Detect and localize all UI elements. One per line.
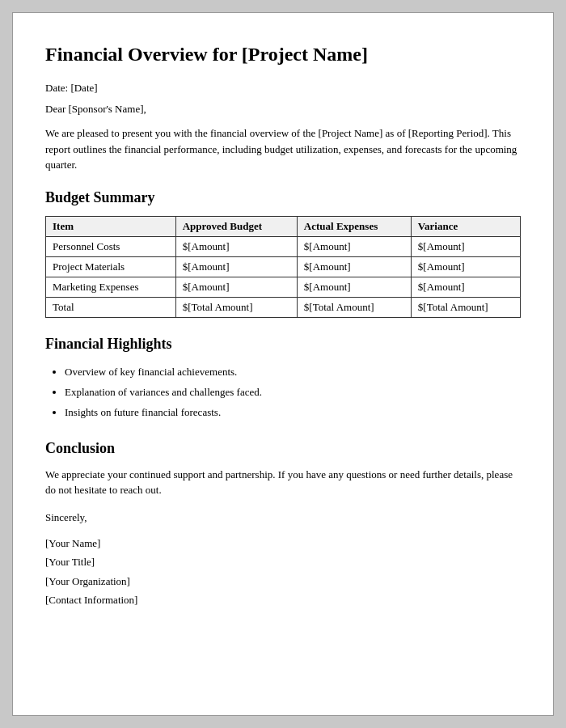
document-page: Financial Overview for [Project Name] Da… bbox=[12, 12, 554, 716]
list-item: Explanation of variances and challenges … bbox=[65, 383, 521, 401]
table-cell: $[Amount] bbox=[411, 256, 520, 277]
table-cell: $[Amount] bbox=[175, 277, 297, 297]
intro-paragraph: We are pleased to present you with the f… bbox=[45, 125, 521, 173]
table-cell: $[Total Amount] bbox=[411, 297, 520, 317]
table-cell: $[Amount] bbox=[297, 236, 411, 256]
list-item: Insights on future financial forecasts. bbox=[65, 403, 521, 421]
document-title: Financial Overview for [Project Name] bbox=[45, 42, 521, 67]
signature-block: [Your Name] [Your Title] [Your Organizat… bbox=[45, 534, 521, 610]
budget-table: Item Approved Budget Actual Expenses Var… bbox=[45, 216, 521, 318]
date-line: Date: [Date] bbox=[45, 82, 521, 95]
table-cell: $[Total Amount] bbox=[297, 297, 411, 317]
col-header-item: Item bbox=[46, 216, 176, 236]
table-cell: $[Amount] bbox=[175, 236, 297, 256]
conclusion-paragraph: We appreciate your continued support and… bbox=[45, 467, 521, 498]
signature-organization: [Your Organization] bbox=[45, 572, 521, 590]
greeting-line: Dear [Sponsor's Name], bbox=[45, 103, 521, 116]
table-row: Project Materials$[Amount]$[Amount]$[Amo… bbox=[46, 256, 521, 277]
table-cell: $[Total Amount] bbox=[175, 297, 297, 317]
conclusion-heading: Conclusion bbox=[45, 440, 521, 457]
table-header-row: Item Approved Budget Actual Expenses Var… bbox=[46, 216, 521, 236]
table-row: Personnel Costs$[Amount]$[Amount]$[Amoun… bbox=[46, 236, 521, 256]
signature-name: [Your Name] bbox=[45, 534, 521, 552]
list-item: Overview of key financial achievements. bbox=[65, 362, 521, 381]
col-header-approved: Approved Budget bbox=[175, 216, 297, 236]
table-cell: Marketing Expenses bbox=[46, 277, 176, 297]
table-cell: Total bbox=[46, 297, 176, 317]
signature-contact: [Contact Information] bbox=[45, 590, 521, 609]
table-cell: $[Amount] bbox=[175, 256, 297, 277]
budget-table-body: Personnel Costs$[Amount]$[Amount]$[Amoun… bbox=[46, 236, 521, 317]
table-cell: $[Amount] bbox=[297, 256, 411, 277]
table-cell: Personnel Costs bbox=[46, 236, 176, 256]
table-cell: $[Amount] bbox=[297, 277, 411, 297]
table-row: Marketing Expenses$[Amount]$[Amount]$[Am… bbox=[46, 277, 521, 297]
highlights-list: Overview of key financial achievements.E… bbox=[65, 362, 521, 422]
budget-summary-heading: Budget Summary bbox=[45, 189, 521, 206]
sincerely-line: Sincerely, bbox=[45, 511, 521, 524]
table-cell: $[Amount] bbox=[411, 236, 520, 256]
table-cell: $[Amount] bbox=[411, 277, 520, 297]
financial-highlights-heading: Financial Highlights bbox=[45, 336, 521, 353]
table-cell: Project Materials bbox=[46, 256, 176, 277]
table-row: Total$[Total Amount]$[Total Amount]$[Tot… bbox=[46, 297, 521, 317]
signature-title: [Your Title] bbox=[45, 552, 521, 571]
col-header-actual: Actual Expenses bbox=[297, 216, 411, 236]
col-header-variance: Variance bbox=[411, 216, 520, 236]
